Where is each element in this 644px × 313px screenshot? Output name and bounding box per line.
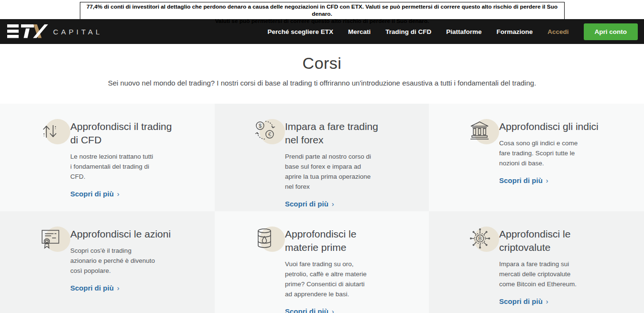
scopri-di-piu-link-criptovalute[interactable]: Scopri di più›: [499, 297, 548, 305]
course-tile-cfd: Approfondisci il trading di CFD Le nostr…: [0, 104, 215, 211]
course-title: Approfondisci le materie prime: [285, 227, 367, 254]
courses-grid: Approfondisci il trading di CFD Le nostr…: [0, 104, 644, 313]
open-account-button[interactable]: Apri conto: [584, 23, 638, 40]
etx-logo-icon: [7, 22, 48, 41]
svg-text:$: $: [259, 123, 262, 129]
course-description: Cosa sono gli indici e come fare trading…: [499, 139, 599, 169]
chevron-right-icon: ›: [117, 284, 120, 292]
commodities-barrel-icon: [254, 227, 285, 255]
course-description: Vuoi fare trading su oro, petrolio, caff…: [285, 259, 367, 300]
chevron-right-icon: ›: [332, 200, 334, 208]
nav-item-trading-di-cfd[interactable]: Trading di CFD: [385, 28, 431, 35]
svg-text:B: B: [478, 236, 481, 241]
svg-text:€: €: [268, 131, 271, 137]
chevron-right-icon: ›: [332, 307, 334, 313]
risk-banner-area: 77,4% di conti di investitori al dettagl…: [0, 0, 644, 19]
course-tile-criptovalute: B Approfondisci le criptovalute Impara a…: [429, 211, 644, 313]
course-description: Impara a fare trading sui mercati delle …: [499, 259, 577, 290]
course-title: Approfondisci gli indici: [499, 120, 599, 133]
nav-item-formazione[interactable]: Formazione: [496, 28, 533, 35]
course-description: Prendi parte al nostro corso di base sul…: [285, 152, 378, 192]
course-tile-azioni: Approfondisci le azioni Scopri cos'è il …: [0, 211, 215, 313]
course-tile-indici: Approfondisci gli indici Cosa sono gli i…: [429, 104, 644, 211]
login-link[interactable]: Accedi: [547, 28, 568, 35]
page-subtitle: Sei nuovo nel mondo del trading? I nostr…: [0, 79, 644, 87]
brand-suffix: CAPITAL: [53, 28, 102, 36]
cfd-arrows-icon: [40, 119, 70, 147]
course-tile-materie-prime: Approfondisci le materie prime Vuoi fare…: [215, 211, 429, 313]
chevron-right-icon: ›: [546, 297, 548, 305]
course-title: Impara a fare trading nel forex: [285, 120, 378, 147]
scopri-di-piu-link-azioni[interactable]: Scopri di più›: [70, 284, 120, 292]
scopri-di-piu-link-forex[interactable]: Scopri di più›: [285, 200, 334, 208]
chevron-right-icon: ›: [117, 190, 120, 198]
nav-item-mercati[interactable]: Mercati: [348, 28, 371, 35]
hero-section: Corsi Sei nuovo nel mondo del trading? I…: [0, 44, 644, 104]
course-description: Le nostre lezioni trattano tutti i fonda…: [70, 152, 172, 182]
course-title: Approfondisci il trading di CFD: [70, 120, 172, 147]
nav-item-perche-scegliere-etx[interactable]: Perché scegliere ETX: [268, 28, 333, 35]
course-title: Approfondisci le azioni: [70, 227, 171, 241]
forex-exchange-icon: $ €: [254, 119, 285, 147]
scopri-di-piu-link-materie-prime[interactable]: Scopri di più›: [285, 307, 334, 313]
chevron-right-icon: ›: [546, 176, 548, 184]
crypto-bitcoin-icon: B: [469, 227, 499, 255]
scopri-di-piu-link-indici[interactable]: Scopri di più›: [499, 176, 548, 184]
course-description: Scopri cos'è il trading azionario e perc…: [70, 246, 171, 276]
page-title: Corsi: [0, 54, 644, 73]
indices-bank-icon: [469, 119, 499, 147]
course-title: Approfondisci le criptovalute: [499, 227, 577, 254]
etx-capital-logo[interactable]: CAPITAL: [7, 22, 102, 41]
top-navbar: CAPITAL Perché scegliere ETX Mercati Tra…: [0, 19, 644, 44]
nav-links: Perché scegliere ETX Mercati Trading di …: [268, 23, 638, 40]
nav-item-piattaforme[interactable]: Piattaforme: [446, 28, 481, 35]
scopri-di-piu-link-cfd[interactable]: Scopri di più›: [70, 190, 120, 198]
shares-certificate-icon: [40, 227, 70, 255]
risk-warning-line1: 77,4% di conti di investitori al dettagl…: [82, 3, 562, 18]
course-tile-forex: $ € Impara a fare trading nel forex Pren…: [215, 104, 429, 211]
